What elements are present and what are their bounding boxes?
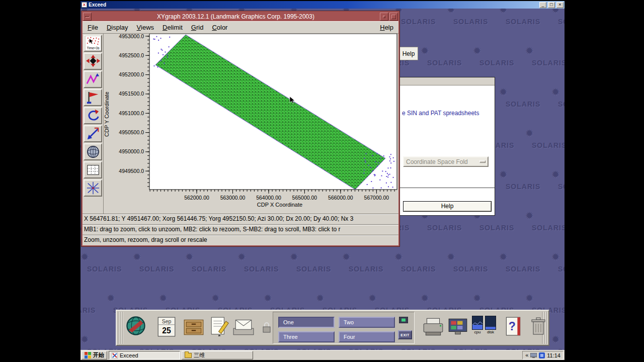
solaris-logo: ✹SOLARIS: [447, 9, 499, 40]
solaris-logo: ✹SOLARIS: [421, 40, 473, 81]
printer-button[interactable]: [422, 316, 445, 339]
menu-views[interactable]: Views: [137, 24, 154, 31]
globe-web-icon: [125, 315, 147, 337]
solaris-sun-icon: ✹: [211, 292, 220, 304]
taskbar-task-exceed[interactable]: Exceed: [109, 351, 180, 359]
minimize-button[interactable]: [380, 13, 388, 21]
file-manager-button[interactable]: [183, 317, 204, 339]
solaris-logo: ✹SOLARIS: [499, 9, 551, 40]
y-axis-label: CDP Y Coordinate: [104, 92, 110, 137]
xygraph-titlebar[interactable]: XYgraph 2003.12.1 (Landmark Graphics Cor…: [83, 12, 398, 21]
tool-zigzag-button[interactable]: [84, 71, 102, 88]
performance-meter[interactable]: cpu disk: [472, 316, 496, 334]
solaris-sun-icon: ✹: [421, 292, 429, 304]
solaris-logo: ✹SOLARIS: [394, 9, 447, 40]
menu-display[interactable]: Display: [107, 24, 128, 31]
system-tray: « 11:14: [522, 351, 564, 359]
tool-flag-button[interactable]: [84, 89, 102, 106]
maximize-button[interactable]: [389, 13, 398, 21]
tool-time-picking-button[interactable]: Time=3s: [84, 35, 102, 52]
solaris-sun-icon: ✹: [525, 210, 534, 222]
minimize-icon: [383, 16, 385, 18]
menu-color[interactable]: Color: [212, 24, 227, 31]
dialog-help-button[interactable]: Help: [403, 201, 492, 212]
workspace-three-button[interactable]: Three: [278, 331, 335, 342]
calendar-day: 25: [162, 326, 171, 335]
web-browser-button[interactable]: [125, 315, 147, 338]
solaris-logo-text: SOLARIS: [506, 100, 540, 108]
solaris-sun-icon: ✹: [525, 292, 534, 304]
solaris-sun-icon: ✹: [290, 251, 298, 263]
spreadsheet-dialog: e SIN and PAT spreadsheets Coordinate Sp…: [399, 77, 495, 216]
solaris-logo: ✹SOLARIS: [394, 246, 447, 287]
solaris-logo: ✹SOLARIS: [473, 40, 525, 81]
globe-icon: [87, 146, 98, 157]
style-manager-icon: [447, 317, 469, 337]
file-drawer-icon: [183, 317, 204, 338]
exceed-titlebar[interactable]: X Exceed _ □ ×: [80, 1, 565, 9]
solaris-logo-text: SOLARIS: [192, 265, 226, 273]
x-tick-label: 563000.00: [220, 195, 246, 201]
solaris-logo-text: SOLARIS: [479, 224, 514, 232]
menu-file[interactable]: File: [88, 24, 98, 31]
solaris-logo-text: SOLARIS: [453, 18, 488, 26]
help-manager-button[interactable]: ?: [503, 316, 523, 338]
solaris-logo: ✹SOLARIS: [133, 246, 185, 287]
coordinates-status-bar: X 564761.81; Y 4951467.00; Xorg 561446.7…: [83, 214, 398, 224]
display-tray-icon[interactable]: [530, 353, 537, 358]
solaris-sun-icon: ✹: [159, 292, 168, 304]
menu-delimit[interactable]: Delimit: [163, 24, 183, 31]
tool-rotate-button[interactable]: [84, 107, 102, 124]
x-tick-label: 566000.00: [328, 195, 353, 201]
tool-rescale-button[interactable]: [84, 125, 102, 142]
solaris-logo: ✹SOLARIS: [525, 205, 565, 246]
calendar-button[interactable]: Sep 25: [157, 316, 176, 339]
taskbar-task-folder[interactable]: 三维: [182, 351, 253, 359]
coordinate-space-fold-dropdown[interactable]: Coordinate Space Fold: [403, 156, 489, 167]
panel-left-handle[interactable]: [118, 312, 123, 344]
solaris-logo: ✹SOLARIS: [551, 328, 565, 350]
solaris-logo: ✹SOLARIS: [551, 9, 565, 40]
solaris-sun-icon: ✹: [394, 251, 403, 263]
window-menu-button[interactable]: [83, 13, 92, 21]
tray-collapse-button[interactable]: «: [525, 351, 528, 359]
workspace-four-button[interactable]: Four: [339, 331, 395, 342]
tool-grid-button[interactable]: [84, 161, 102, 178]
star-center-dot: [92, 187, 94, 189]
maximize-button[interactable]: □: [548, 2, 555, 8]
cpu-meter-icon: [472, 316, 483, 330]
y-tick-label: 4952500.0: [119, 52, 144, 58]
tool-globe-button[interactable]: [84, 143, 102, 160]
tool-pan-button[interactable]: [84, 53, 102, 70]
dialog-titlebar[interactable]: [400, 77, 495, 85]
solaris-sun-icon: ✹: [342, 251, 351, 263]
solaris-sun-icon: ✹: [551, 251, 560, 263]
menu-grid[interactable]: Grid: [191, 24, 204, 31]
menu-group: FileDisplayViewsDelimitGridColor: [88, 24, 227, 31]
input-method-icon[interactable]: [539, 352, 545, 358]
solaris-sun-icon: ✹: [499, 9, 508, 16]
workspace-two-button[interactable]: Two: [339, 317, 395, 328]
calendar-month: Sep: [162, 319, 172, 324]
xy-plot[interactable]: 562000.00563000.00564000.00565000.005660…: [104, 34, 398, 214]
solaris-sun-icon: ✹: [80, 251, 89, 263]
minimize-button[interactable]: _: [539, 2, 546, 8]
style-manager-button[interactable]: [447, 317, 469, 338]
tool-star-button[interactable]: [84, 179, 102, 197]
exit-button[interactable]: EXIT: [398, 330, 412, 339]
screen-lock-button[interactable]: [262, 322, 272, 334]
solaris-sun-icon: ✹: [264, 292, 272, 304]
note-pencil-icon: [209, 316, 230, 337]
menu-help[interactable]: Help: [380, 24, 393, 31]
text-editor-button[interactable]: [209, 316, 230, 338]
windows-logo-icon: [85, 352, 91, 358]
close-button[interactable]: ×: [556, 2, 564, 8]
solaris-sun-icon: ✹: [551, 168, 560, 180]
hidden-window-help-menu[interactable]: Help: [399, 47, 418, 60]
start-button[interactable]: 开始: [82, 351, 107, 359]
printer-icon: [422, 316, 445, 338]
workspace-one-button[interactable]: One: [278, 317, 335, 328]
mail-button[interactable]: [232, 316, 255, 338]
trash-button[interactable]: [528, 316, 548, 338]
help-book-icon: ?: [503, 316, 523, 337]
